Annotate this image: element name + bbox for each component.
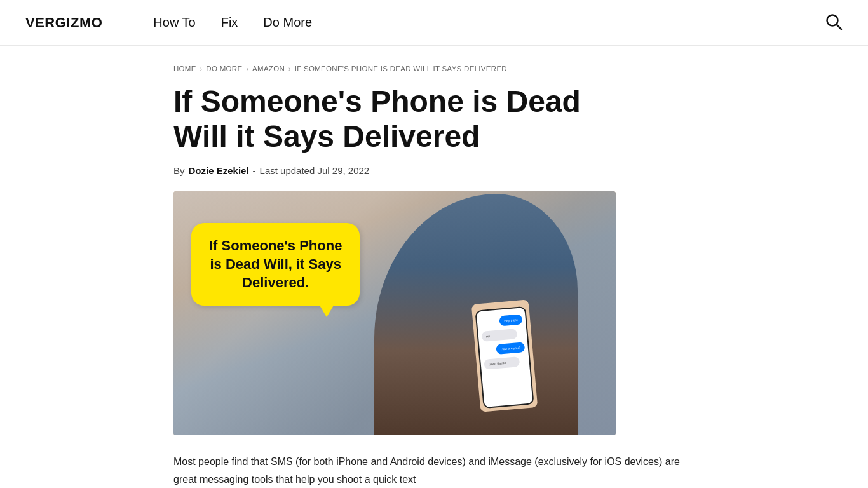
search-icon[interactable] [825,13,843,33]
nav-item-do-more[interactable]: Do More [263,15,312,30]
featured-image: Hey there Hi! How are you? Good thanks I… [173,191,616,435]
breadcrumb-home[interactable]: HOME [173,65,196,72]
breadcrumb-sep-2: › [246,65,248,72]
by-label: By [173,165,185,176]
svg-line-1 [837,24,842,29]
nav-item-how-to[interactable]: How To [153,15,195,30]
article-title: If Someone's Phone is Dead Will it Says … [173,84,631,154]
meta-dash: - [253,165,256,176]
main-content: HOME › DO MORE › AMAZON › IF SOMEONE'S P… [148,46,720,488]
breadcrumb-sep-1: › [200,65,203,72]
breadcrumb-sep-3: › [288,65,291,72]
breadcrumb-current: IF SOMEONE'S PHONE IS DEAD WILL IT SAYS … [295,65,507,72]
publish-date: Last updated Jul 29, 2022 [260,165,370,176]
author-name[interactable]: Dozie Ezekiel [189,165,249,176]
breadcrumb-amazon[interactable]: AMAZON [252,65,285,72]
image-speech-bubble: If Someone's Phone is Dead Will, it Says… [191,223,360,306]
site-header: VERGIZMO How To Fix Do More [0,0,868,46]
article-meta: By Dozie Ezekiel - Last updated Jul 29, … [173,165,695,176]
bubble-text: If Someone's Phone is Dead Will, it Says… [209,237,342,292]
article-body: Most people find that SMS (for both iPho… [173,453,695,487]
breadcrumb-do-more[interactable]: DO MORE [206,65,242,72]
site-logo[interactable]: VERGIZMO [25,15,102,31]
nav-item-fix[interactable]: Fix [221,15,238,30]
breadcrumb: HOME › DO MORE › AMAZON › IF SOMEONE'S P… [173,65,695,72]
main-nav: How To Fix Do More [153,15,312,30]
